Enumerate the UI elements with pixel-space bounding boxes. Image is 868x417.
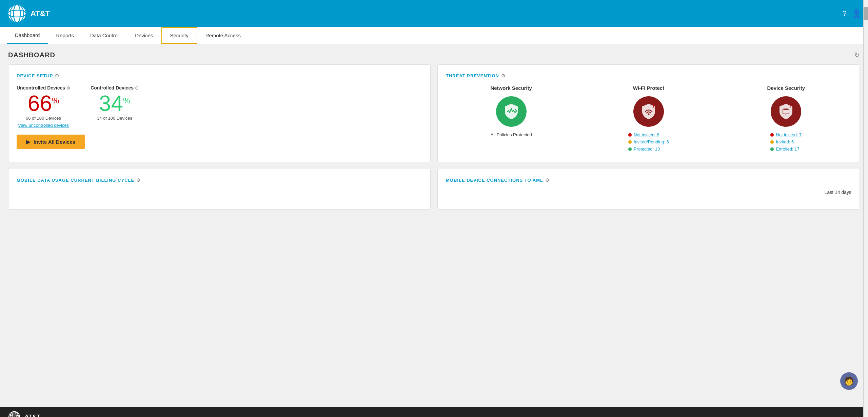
refresh-icon[interactable]: ↻ [854,51,860,59]
scrollbar-thumb[interactable] [864,7,868,20]
mobile-device-card: MOBILE DEVICE CONNECTIONS TO AML ⊙ Last … [437,169,860,210]
network-security-icon [496,96,527,127]
controlled-label: Controlled Devices ⊙ [91,85,139,91]
mobile-data-card: MOBILE DATA USAGE CURRENT BILLING CYCLE … [8,169,431,210]
device-security-icon: ! [771,96,801,127]
bottom-cards-row: MOBILE DATA USAGE CURRENT BILLING CYCLE … [8,169,860,210]
nav-item-devices[interactable]: Devices [127,27,161,44]
wifi-protected-link[interactable]: Protected: 13 [634,146,660,152]
uncontrolled-percent: 66% [17,93,70,114]
svg-text:!: ! [790,104,792,109]
app-header: AT&T ? 👤 [0,0,868,27]
wifi-invited-pending-link[interactable]: Invited/Pending: 6 [634,139,669,144]
footer-logo [8,411,20,417]
device-invited-dot [770,140,774,144]
device-not-invited-link[interactable]: Not invited: 7 [776,132,802,137]
header-actions: ? 👤 [843,9,861,18]
mobile-device-title: MOBILE DEVICE CONNECTIONS TO AML ⊙ [446,177,851,183]
uncontrolled-stat: Uncontrolled Devices ⊙ 66% 66 of 100 Dev… [17,85,70,128]
device-security-title: Device Security [721,85,851,91]
chat-icon: 🧑 [844,376,854,386]
device-not-invited-item: Not invited: 7 [770,132,802,137]
threat-grid: Network Security All Policies Protected … [446,85,851,154]
svg-text:!: ! [653,104,654,109]
controlled-stat: Controlled Devices ⊙ 34% 34 of 100 Devic… [91,85,139,121]
device-security-items: Not invited: 7 Invited: 6 Enrolled: 17 [770,132,802,154]
wifi-not-invited-dot [628,133,632,137]
device-setup-card: DEVICE SETUP ⊙ Uncontrolled Devices ⊙ 66… [8,64,431,162]
nav-item-dashboard[interactable]: Dashboard [7,27,48,44]
view-uncontrolled-link[interactable]: View uncontrolled devices [17,123,70,128]
uncontrolled-count: 66 of 100 Devices [17,116,70,121]
brand-area: AT&T [7,3,50,24]
controlled-count: 34 of 100 Devices [91,116,139,121]
device-setup-title: DEVICE SETUP ⊙ [17,73,422,78]
mobile-data-title: MOBILE DATA USAGE CURRENT BILLING CYCLE … [17,177,422,183]
scrollbar[interactable] [863,0,868,417]
device-enrolled-link[interactable]: Enrolled: 17 [776,146,799,152]
device-enrolled-dot [770,147,774,151]
att-logo [7,3,27,24]
nav-item-reports[interactable]: Reports [48,27,82,44]
nav-item-data-control[interactable]: Data Control [82,27,127,44]
invite-play-icon: ▶ [26,139,30,145]
top-cards-row: DEVICE SETUP ⊙ Uncontrolled Devices ⊙ 66… [8,64,860,162]
wifi-protect-col: Wi-Fi Protect ! [583,85,714,154]
wifi-invited-pending-item: Invited/Pending: 6 [628,139,669,144]
help-icon[interactable]: ? [843,9,847,18]
threat-prevention-help-icon[interactable]: ⊙ [501,73,506,78]
invite-all-devices-button[interactable]: ▶ Invite All Devices [17,135,85,149]
threat-prevention-title: THREAT PREVENTION ⊙ [446,73,851,78]
wifi-not-invited-item: Not invited: 8 [628,132,669,137]
wifi-protect-items: Not invited: 8 Invited/Pending: 6 Protec… [628,132,669,154]
threat-prevention-card: THREAT PREVENTION ⊙ Network Security [437,64,860,162]
nav-item-security[interactable]: Security [161,27,197,44]
footer-brand-name: AT&T [24,414,40,417]
device-invited-link[interactable]: Invited: 6 [776,139,794,144]
uncontrolled-help-icon[interactable]: ⊙ [66,85,70,91]
app-footer: AT&T [0,407,868,417]
network-security-title: Network Security [446,85,576,91]
user-icon[interactable]: 👤 [852,9,861,18]
wifi-protected-item: Protected: 13 [628,146,669,152]
nav-item-remote-access[interactable]: Remote Access [197,27,249,44]
svg-point-9 [786,115,787,116]
mobile-data-help-icon[interactable]: ⊙ [136,177,141,183]
chat-button[interactable]: 🧑 [840,372,858,390]
nav-bar: Dashboard Reports Data Control Devices S… [0,27,868,44]
network-security-status: All Policies Protected [446,132,576,137]
device-enrolled-item: Enrolled: 17 [770,146,802,152]
dashboard-header: DASHBOARD ↻ [8,51,860,59]
controlled-percent: 34% [91,93,139,114]
wifi-invited-pending-dot [628,140,632,144]
svg-point-5 [648,114,649,115]
device-not-invited-dot [770,133,774,137]
controlled-help-icon[interactable]: ⊙ [135,85,139,91]
main-content: DASHBOARD ↻ DEVICE SETUP ⊙ Uncontrolled … [0,44,868,407]
page-title: DASHBOARD [8,51,55,59]
wifi-not-invited-link[interactable]: Not invited: 8 [634,132,659,137]
mobile-device-help-icon[interactable]: ⊙ [545,177,550,183]
device-invited-item: Invited: 6 [770,139,802,144]
wifi-protect-title: Wi-Fi Protect [583,85,714,91]
wifi-protect-icon: ! [633,96,664,127]
uncontrolled-label: Uncontrolled Devices ⊙ [17,85,70,91]
device-setup-help-icon[interactable]: ⊙ [55,73,59,78]
brand-name: AT&T [31,9,50,18]
network-security-col: Network Security All Policies Protected [446,85,576,154]
device-stats: Uncontrolled Devices ⊙ 66% 66 of 100 Dev… [17,85,422,128]
device-security-col: Device Security ! [721,85,851,154]
wifi-protected-dot [628,147,632,151]
mobile-device-subtitle: Last 14 days [446,190,851,195]
